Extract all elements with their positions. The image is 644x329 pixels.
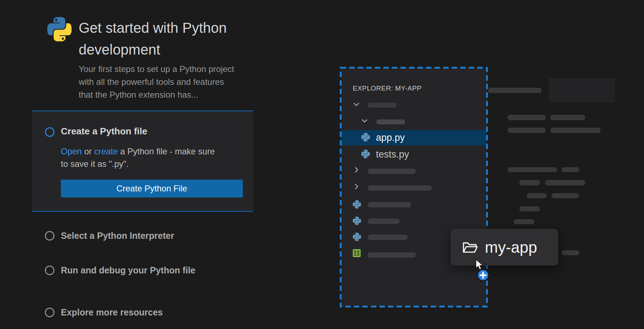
skeleton-bar (519, 180, 540, 185)
create-python-file-button[interactable]: Create Python File (61, 180, 243, 197)
dashed-focus-border (338, 65, 489, 309)
skeleton-bar (508, 128, 546, 133)
step-radio-active (45, 127, 54, 137)
skeleton-bar (519, 206, 540, 211)
python-logo-icon (47, 16, 72, 41)
skeleton-bar (545, 180, 585, 185)
skeleton-bar (527, 193, 547, 198)
step-radio (45, 266, 54, 275)
step-radio (45, 308, 54, 317)
step-label: Run and debug your Python file (61, 265, 195, 276)
skeleton-bar (488, 88, 541, 93)
open-file-link[interactable]: Open (61, 146, 82, 156)
add-plus-badge-icon (476, 268, 491, 283)
skeleton-bar (550, 115, 585, 120)
step-label: Explore more resources (61, 307, 163, 318)
active-step-card[interactable]: Create a Python file Open or create a Py… (32, 110, 253, 212)
skeleton-bar (508, 115, 546, 120)
page-title: Get started with Python development (79, 17, 239, 61)
mouse-cursor-icon (475, 259, 484, 271)
step-select-interpreter[interactable]: Select a Python Interpreter (45, 231, 174, 241)
step-run-and-debug[interactable]: Run and debug your Python file (45, 265, 195, 276)
skeleton-bar (561, 167, 579, 172)
skeleton-bar (514, 219, 534, 224)
skeleton-bar (561, 250, 579, 255)
step-radio (45, 231, 54, 241)
skeleton-panel (549, 78, 615, 102)
skeleton-bar (551, 193, 579, 198)
active-step-title: Create a Python file (61, 126, 147, 137)
step-explore-resources[interactable]: Explore more resources (45, 307, 163, 318)
skeleton-bar (508, 167, 557, 172)
skeleton-bar (550, 128, 601, 133)
step-label: Select a Python Interpreter (61, 231, 174, 241)
description-text: or (82, 146, 94, 156)
create-file-link[interactable]: create (94, 146, 118, 156)
active-step-description: Open or create a Python file - make sure… (61, 145, 221, 170)
page-subtitle: Your first steps to set up a Python proj… (79, 63, 240, 101)
python-walkthrough-page: Get started with Python development Your… (0, 0, 644, 329)
drag-ghost-label: my-app (485, 238, 537, 256)
drag-ghost-my-app: my-app (451, 229, 558, 266)
folder-open-icon (462, 240, 478, 255)
